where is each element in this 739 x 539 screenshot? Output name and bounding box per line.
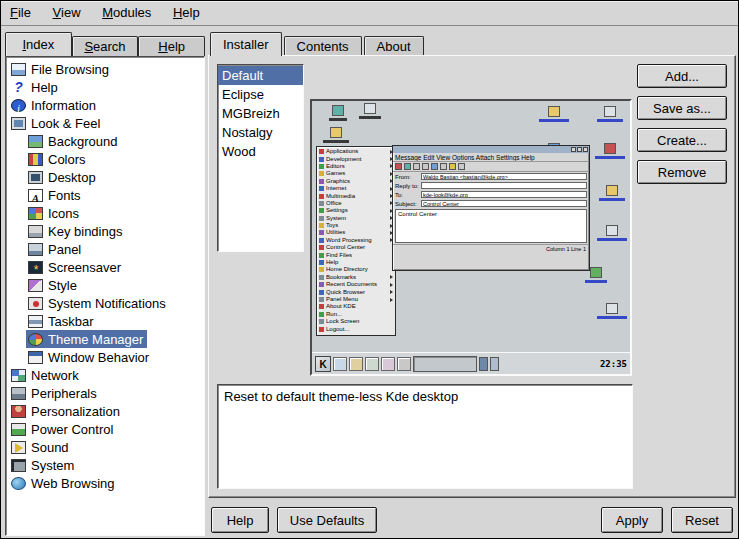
- tree-item-system-notifications[interactable]: System Notifications: [26, 294, 170, 312]
- tree-item-panel[interactable]: Panel: [26, 240, 85, 258]
- kde-control-center-window: File View Modules Help Index Search Help…: [0, 0, 739, 539]
- tree-item-theme-manager[interactable]: Theme Manager: [26, 330, 147, 348]
- tree-item-look-and-feel[interactable]: Look & Feel: [9, 114, 104, 132]
- tree-item-sound[interactable]: Sound: [9, 438, 73, 456]
- menu-modules[interactable]: Modules: [93, 1, 160, 25]
- tree-item-label: Style: [48, 278, 77, 293]
- desktop-icon: [534, 106, 574, 122]
- tree-item-screensaver[interactable]: Screensaver: [26, 258, 125, 276]
- installer-panel: Default Eclipse MGBreizh Nostalgy Wood A…: [208, 55, 736, 498]
- tree-item-taskbar[interactable]: Taskbar: [26, 312, 98, 330]
- icons-icon: [28, 207, 43, 220]
- desktop-icon: [28, 171, 43, 184]
- colors-icon: [28, 153, 43, 166]
- tree-item-background[interactable]: Background: [26, 132, 121, 150]
- field-label: Subject:: [395, 201, 421, 207]
- taskbar-icon: [381, 357, 395, 371]
- apply-button[interactable]: Apply: [601, 507, 663, 533]
- tree-item-personalization[interactable]: Personalization: [9, 402, 124, 420]
- menubar: File View Modules Help: [1, 1, 738, 26]
- tab-installer[interactable]: Installer: [210, 32, 282, 56]
- look-and-feel-icon: [11, 117, 26, 130]
- theme-item-wood[interactable]: Wood: [218, 142, 303, 161]
- web-browsing-icon: [11, 477, 26, 490]
- create-button[interactable]: Create...: [637, 128, 727, 152]
- tree-item-style[interactable]: Style: [26, 276, 81, 294]
- right-tabbar: Installer Contents About: [210, 32, 426, 56]
- background-icon: [28, 135, 43, 148]
- information-icon: [11, 99, 26, 112]
- tab-installer-label: Installer: [223, 33, 269, 56]
- tab-contents[interactable]: Contents: [284, 36, 362, 56]
- tree-item-network[interactable]: Network: [9, 366, 83, 384]
- add-button[interactable]: Add...: [637, 64, 727, 88]
- tree-item-label: Icons: [48, 206, 79, 221]
- taskbar-icon: [28, 315, 43, 328]
- tab-search-label: Search: [77, 37, 134, 56]
- help-button[interactable]: Help: [211, 507, 269, 533]
- tree-item-key-bindings[interactable]: Key bindings: [26, 222, 126, 240]
- desktop-icon: [590, 106, 630, 122]
- tree-item-fonts[interactable]: Fonts: [26, 186, 85, 204]
- tree-item-label: System: [31, 458, 74, 473]
- desktop-icon: [316, 127, 356, 143]
- sound-icon: [11, 441, 26, 454]
- field-label: Reply to:: [395, 183, 421, 189]
- use-defaults-button[interactable]: Use Defaults: [277, 507, 377, 533]
- tab-help[interactable]: Help: [138, 36, 205, 56]
- preview-taskbar: K 22:35: [312, 352, 630, 374]
- theme-item-nostalgy[interactable]: Nostalgy: [218, 123, 303, 142]
- preview-composer-statusbar: Column 1 Line 1: [393, 244, 589, 252]
- tab-index[interactable]: Index: [5, 32, 72, 56]
- tree-item-power-control[interactable]: Power Control: [9, 420, 117, 438]
- desktop-icon: [592, 185, 632, 201]
- theme-item-eclipse[interactable]: Eclipse: [218, 85, 303, 104]
- desktop-icon: [590, 143, 630, 159]
- tree-item-icons[interactable]: Icons: [26, 204, 83, 222]
- tree-item-label: Key bindings: [48, 224, 122, 239]
- preview-message-body: Control Center: [395, 209, 587, 243]
- tree-item-label: Web Browsing: [31, 476, 115, 491]
- tab-contents-label: Contents: [297, 37, 349, 56]
- subject-field: Control Center: [421, 200, 587, 207]
- tree-item-system[interactable]: System: [9, 456, 78, 474]
- tree-item-label: Look & Feel: [31, 116, 100, 131]
- menu-view[interactable]: View: [44, 1, 90, 25]
- tree-item-web-browsing[interactable]: Web Browsing: [9, 474, 119, 492]
- tree-item-desktop[interactable]: Desktop: [26, 168, 100, 186]
- tree-item-label: Colors: [48, 152, 86, 167]
- tree-item-information[interactable]: Information: [9, 96, 100, 114]
- theme-item-mgbreizh[interactable]: MGBreizh: [218, 104, 303, 123]
- tree-item-label: Background: [48, 134, 117, 149]
- tree-item-file-browsing[interactable]: File Browsing: [9, 60, 113, 78]
- desktop-icon: [592, 303, 632, 319]
- pager-desktop-2: [490, 357, 499, 371]
- window-behavior-icon: [28, 351, 43, 364]
- tab-about[interactable]: About: [364, 36, 424, 56]
- to-field: kde-look@kde.org: [421, 191, 587, 198]
- theme-preview-image: Applications Development Editors Games G…: [310, 99, 632, 376]
- tab-index-label: Index: [10, 33, 67, 56]
- menu-help[interactable]: Help: [164, 1, 209, 25]
- tree-item-colors[interactable]: Colors: [26, 150, 90, 168]
- tab-help-label: Help: [143, 37, 200, 56]
- panel-icon: [28, 243, 43, 256]
- theme-item-default[interactable]: Default: [218, 66, 303, 85]
- tree-item-label: System Notifications: [48, 296, 166, 311]
- tree-item-label: Fonts: [48, 188, 81, 203]
- taskbar-icon: [365, 357, 379, 371]
- preview-window-titlebar: [393, 146, 589, 153]
- save-as-button[interactable]: Save as...: [637, 96, 727, 120]
- help-icon: [11, 81, 26, 94]
- preview-mail-composer-window: Message Edit View Options Attach Setting…: [392, 145, 590, 271]
- tree-item-window-behavior[interactable]: Window Behavior: [26, 348, 153, 366]
- tab-search[interactable]: Search: [72, 36, 139, 56]
- reset-button[interactable]: Reset: [671, 507, 733, 533]
- remove-button[interactable]: Remove: [637, 160, 727, 184]
- reply-to-field: [421, 182, 587, 189]
- tree-item-label: Personalization: [31, 404, 120, 419]
- menu-file[interactable]: File: [1, 1, 40, 25]
- tree-item-peripherals[interactable]: Peripherals: [9, 384, 101, 402]
- tree-item-help[interactable]: Help: [9, 78, 62, 96]
- preview-composer-menubar: Message Edit View Options Attach Setting…: [393, 153, 589, 162]
